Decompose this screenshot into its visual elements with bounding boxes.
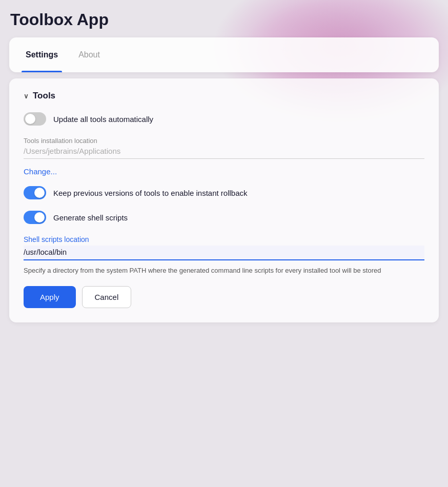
generate-scripts-row: Generate shell scripts: [24, 211, 424, 224]
shell-scripts-location-group: Shell scripts location: [24, 235, 424, 260]
update-auto-toggle[interactable]: [24, 112, 46, 126]
toggle-thumb: [34, 212, 45, 222]
cancel-button[interactable]: Cancel: [82, 286, 132, 308]
app-title: Toolbox App: [9, 10, 439, 29]
installation-location-label: Tools installation location: [24, 137, 424, 145]
installation-location-value: /Users/jetbrains/Applications: [24, 147, 424, 159]
apply-button[interactable]: Apply: [24, 286, 76, 308]
tab-settings[interactable]: Settings: [22, 37, 62, 72]
tabs-card: Settings About: [9, 37, 439, 72]
tools-section-header[interactable]: ∨ Tools: [24, 91, 424, 101]
shell-scripts-location-label: Shell scripts location: [24, 235, 424, 244]
keep-previous-row: Keep previous versions of tools to enabl…: [24, 186, 424, 199]
toggle-thumb: [34, 188, 45, 198]
shell-scripts-hint: Specify a directory from the system PATH…: [24, 266, 424, 276]
generate-scripts-label: Generate shell scripts: [53, 213, 128, 222]
settings-card: ∨ Tools Update all tools automatically T…: [9, 78, 439, 322]
tab-about[interactable]: About: [74, 37, 104, 72]
generate-scripts-toggle[interactable]: [24, 211, 46, 224]
action-buttons: Apply Cancel: [24, 286, 424, 308]
keep-previous-label: Keep previous versions of tools to enabl…: [53, 189, 248, 197]
shell-scripts-location-input[interactable]: [24, 246, 424, 260]
installation-location-group: Tools installation location /Users/jetbr…: [24, 137, 424, 159]
change-location-link[interactable]: Change...: [24, 167, 57, 176]
keep-previous-toggle[interactable]: [24, 186, 46, 199]
tab-active-indicator: [22, 71, 62, 72]
update-auto-label: Update all tools automatically: [53, 115, 153, 124]
update-auto-row: Update all tools automatically: [24, 112, 424, 126]
chevron-down-icon: ∨: [24, 92, 29, 100]
toggle-thumb: [25, 114, 35, 124]
